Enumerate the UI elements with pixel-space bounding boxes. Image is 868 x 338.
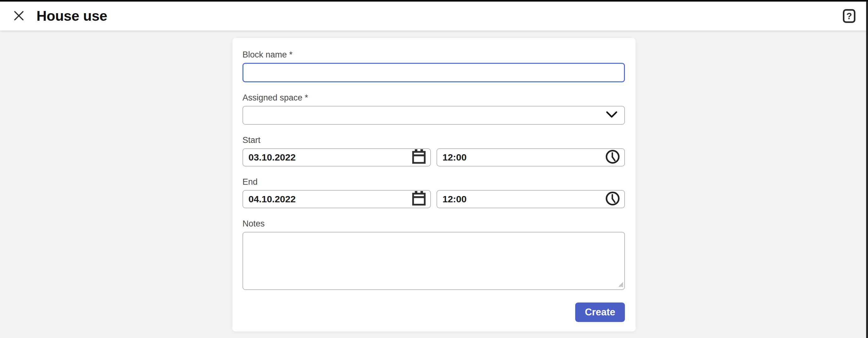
start-time-group — [436, 148, 625, 167]
window: House use ? Block name * Assigned space … — [0, 0, 868, 338]
house-use-form-card: Block name * Assigned space * Start — [232, 38, 636, 331]
close-button[interactable] — [12, 9, 26, 23]
start-time-input[interactable] — [436, 148, 625, 167]
clock-icon[interactable] — [606, 149, 620, 165]
create-button[interactable]: Create — [575, 303, 625, 322]
end-time-input[interactable] — [436, 190, 625, 208]
end-time-group — [436, 190, 625, 208]
calendar-icon[interactable] — [412, 149, 426, 166]
notes-label: Notes — [243, 219, 625, 229]
window-right-border — [866, 2, 868, 338]
resize-handle-icon[interactable] — [618, 281, 623, 289]
block-name-input[interactable] — [243, 63, 625, 82]
assigned-space-label: Assigned space * — [243, 93, 625, 103]
form-actions: Create — [243, 303, 625, 322]
start-date-input[interactable] — [243, 148, 431, 167]
assigned-space-select[interactable] — [243, 106, 625, 125]
page-title: House use — [36, 8, 107, 24]
assigned-space-field: Assigned space * — [243, 93, 625, 125]
start-label: Start — [243, 135, 625, 145]
end-date-group — [243, 190, 431, 208]
start-field: Start — [243, 135, 625, 167]
header-bar: House use ? — [0, 2, 868, 31]
main-content: Block name * Assigned space * Start — [0, 31, 868, 331]
start-date-group — [243, 148, 431, 167]
close-icon — [14, 11, 24, 22]
notes-textarea[interactable] — [243, 232, 625, 290]
chevron-down-icon — [606, 111, 617, 120]
help-icon: ? — [846, 12, 852, 21]
calendar-icon[interactable] — [412, 191, 426, 207]
clock-icon[interactable] — [606, 191, 620, 207]
help-button[interactable]: ? — [843, 9, 856, 23]
end-date-input[interactable] — [243, 190, 431, 208]
block-name-label: Block name * — [243, 50, 625, 60]
end-label: End — [243, 177, 625, 187]
notes-field: Notes — [243, 219, 625, 290]
block-name-field: Block name * — [243, 50, 625, 82]
end-field: End — [243, 177, 625, 208]
